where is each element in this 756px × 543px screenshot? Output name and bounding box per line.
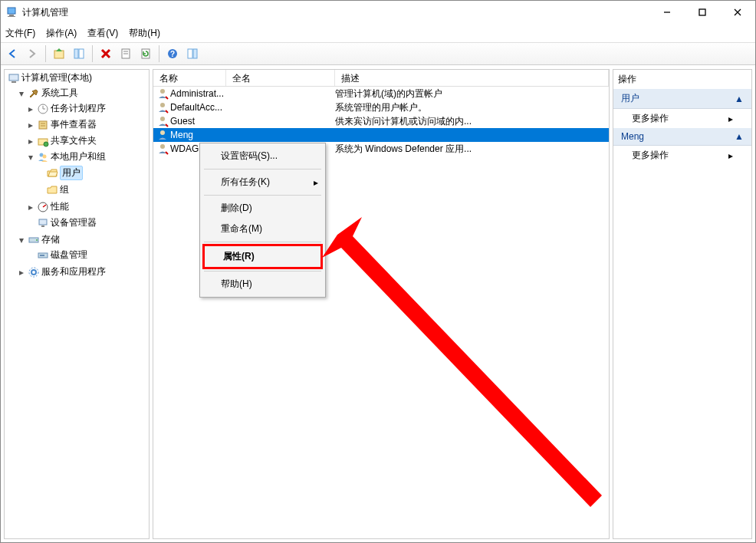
cell-desc: 系统为 Windows Defender 应用... — [335, 143, 609, 156]
list-row[interactable]: Administrat... 管理计算机(域)的内置帐户 — [153, 87, 609, 100]
svg-marker-47 — [322, 217, 602, 507]
tree-root[interactable]: 计算机管理(本地) — [6, 71, 149, 85]
help-button[interactable]: ? — [164, 45, 181, 62]
tree-groups[interactable]: 组 — [34, 183, 149, 197]
ctx-rename[interactable]: 重命名(M) — [202, 219, 323, 239]
svg-rect-7 — [54, 51, 64, 58]
tree-services-apps[interactable]: ▸服务和应用程序 — [15, 265, 149, 279]
users-icon — [37, 151, 49, 163]
ctx-label: 属性(R) — [223, 251, 255, 262]
menu-view[interactable]: 查看(V) — [87, 27, 118, 40]
svg-point-46 — [160, 144, 165, 149]
window-title: 计算机管理 — [22, 6, 649, 19]
tree-storage[interactable]: ▾存储 — [15, 232, 149, 247]
delete-button[interactable] — [97, 45, 114, 62]
menu-help[interactable]: 帮助(H) — [129, 27, 160, 40]
properties-button[interactable] — [117, 45, 134, 62]
toolbar-separator-icon — [45, 45, 46, 62]
action-more-selected[interactable]: 更多操作▸ — [613, 146, 751, 165]
svg-point-29 — [44, 142, 48, 146]
collapse-arrow-icon: ▲ — [735, 131, 744, 142]
gear-icon — [28, 266, 40, 278]
submenu-arrow-icon: ▸ — [728, 114, 733, 124]
svg-rect-21 — [12, 81, 16, 83]
computer-icon — [8, 72, 20, 84]
show-hide-tree-button[interactable] — [71, 45, 87, 62]
close-button[interactable] — [720, 1, 755, 24]
tree-performance[interactable]: ▸性能 — [25, 199, 149, 214]
ctx-properties[interactable]: 属性(R) — [202, 244, 323, 269]
cell-desc: 供来宾访问计算机或访问域的内... — [335, 115, 609, 128]
forward-button[interactable] — [24, 45, 41, 62]
collapse-icon[interactable]: ▾ — [17, 235, 26, 245]
submenu-arrow-icon: ▸ — [314, 177, 318, 188]
minimize-button[interactable] — [649, 1, 685, 24]
folder-open-icon — [46, 167, 58, 179]
refresh-button[interactable] — [137, 45, 154, 62]
tree-users[interactable]: 用户 — [34, 165, 149, 181]
expand-icon[interactable]: ▸ — [26, 137, 35, 146]
cell-name: DefaultAcc... — [170, 102, 222, 113]
list-row[interactable]: Guest 供来宾访问计算机或访问域的内... — [153, 114, 609, 128]
submenu-arrow-icon: ▸ — [728, 150, 733, 161]
list-row-selected[interactable]: Meng — [153, 128, 609, 142]
clock-icon — [37, 103, 49, 115]
tree-label: 磁盘管理 — [51, 248, 87, 262]
svg-point-42 — [160, 89, 165, 94]
tree-disk-mgmt[interactable]: 磁盘管理 — [25, 248, 149, 262]
svg-rect-2 — [8, 16, 15, 17]
collapse-icon[interactable]: ▾ — [17, 89, 26, 98]
tree-shared-folders[interactable]: ▸共享文件夹 — [25, 133, 149, 148]
svg-point-45 — [160, 130, 165, 135]
user-icon — [156, 129, 169, 141]
svg-rect-1 — [9, 15, 14, 16]
action-more-users[interactable]: 更多操作▸ — [613, 109, 751, 128]
cell-name: Meng — [170, 130, 193, 140]
ctx-all-tasks[interactable]: 所有任务(K)▸ — [202, 172, 323, 193]
tree-event-viewer[interactable]: ▸事件查看器 — [25, 117, 149, 132]
tree-root-label: 计算机管理(本地) — [21, 71, 92, 84]
up-button[interactable] — [51, 45, 67, 62]
action-section-selected[interactable]: Meng▲ — [613, 128, 751, 146]
tools-icon — [28, 87, 40, 100]
menu-file[interactable]: 文件(F) — [5, 27, 35, 40]
menu-action[interactable]: 操作(A) — [46, 27, 77, 40]
tree-system-tools[interactable]: ▾ 系统工具 — [15, 86, 149, 100]
action-header: 操作 — [613, 70, 751, 89]
collapse-arrow-icon: ▲ — [735, 94, 744, 104]
ctx-set-password[interactable]: 设置密码(S)... — [202, 146, 323, 166]
action-section-users[interactable]: 用户▲ — [613, 89, 751, 109]
back-button[interactable] — [4, 45, 21, 62]
user-icon — [156, 143, 169, 155]
col-name[interactable]: 名称 — [153, 70, 226, 86]
svg-rect-35 — [41, 225, 44, 227]
collapse-icon[interactable]: ▾ — [26, 153, 35, 162]
expand-icon[interactable]: ▸ — [26, 120, 35, 130]
svg-point-40 — [31, 270, 36, 275]
action-section-label: Meng — [621, 131, 644, 142]
expand-icon[interactable]: ▸ — [26, 104, 35, 114]
tree-panel[interactable]: 计算机管理(本地) ▾ 系统工具 ▸任务计划程序 — [4, 69, 150, 539]
svg-line-33 — [43, 205, 46, 207]
maximize-button[interactable] — [685, 1, 720, 24]
tree-task-scheduler[interactable]: ▸任务计划程序 — [25, 101, 149, 116]
action-pane-button[interactable] — [184, 45, 201, 62]
expand-icon[interactable]: ▸ — [17, 268, 26, 277]
expand-icon[interactable]: ▸ — [26, 202, 35, 212]
col-desc[interactable]: 描述 — [335, 70, 609, 86]
context-menu: 设置密码(S)... 所有任务(K)▸ 删除(D) 重命名(M) 属性(R) 帮… — [199, 143, 326, 298]
ctx-separator-icon — [204, 169, 321, 169]
window: 计算机管理 文件(F) 操作(A) 查看(V) 帮助(H) ? — [0, 0, 756, 543]
titlebar: 计算机管理 — [1, 1, 755, 24]
list-row[interactable]: DefaultAcc... 系统管理的用户帐户。 — [153, 100, 609, 114]
tree-device-manager[interactable]: 设备管理器 — [25, 216, 149, 230]
tree-label-selected: 用户 — [60, 166, 83, 180]
ctx-delete[interactable]: 删除(D) — [202, 198, 323, 219]
svg-point-31 — [43, 154, 47, 158]
log-icon — [37, 119, 49, 131]
tree-local-users[interactable]: ▾本地用户和组 — [25, 150, 149, 164]
ctx-help[interactable]: 帮助(H) — [202, 274, 323, 295]
col-full[interactable]: 全名 — [226, 70, 335, 86]
cell-name: Administrat... — [170, 88, 224, 99]
svg-rect-39 — [40, 255, 44, 256]
